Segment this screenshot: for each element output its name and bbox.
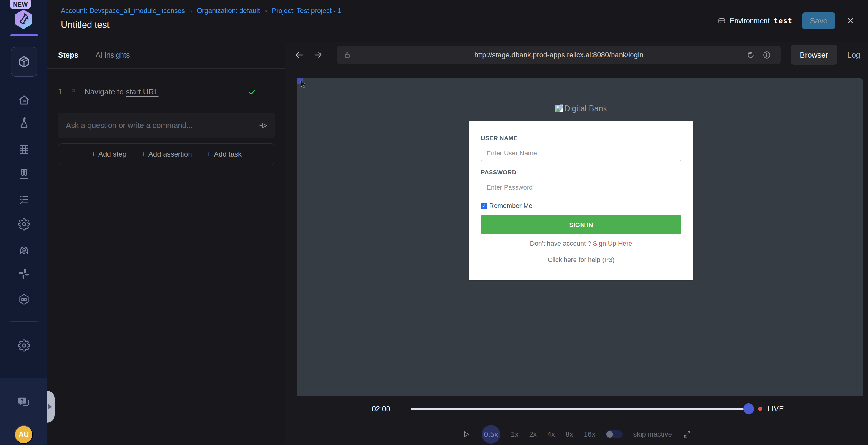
sidebar-item-suites[interactable] [18,143,31,156]
triangle-right-icon [48,404,52,410]
tab-ai-insights[interactable]: AI insights [96,51,130,59]
panel-tabs: Steps AI insights [47,42,285,69]
browser-forward-button[interactable] [313,50,324,60]
add-task-button[interactable]: +Add task [207,150,242,158]
arrow-left-icon [294,50,305,60]
login-card: USER NAME PASSWORD ✓ Remember Me SIGN IN… [469,121,693,280]
step-row[interactable]: 1 Navigate to start URL [58,85,274,99]
skip-inactive-toggle[interactable] [606,431,622,438]
steps-panel: Steps AI insights 1 Navigate to start UR… [47,41,285,445]
url-bar[interactable]: http://stage.dbank.prod-apps.relicx.ai:8… [337,46,781,64]
sidebar-item-test-builder[interactable] [11,47,37,77]
elapsed-time: 02:00 [372,400,390,418]
password-field[interactable] [481,180,681,195]
app-logo-icon[interactable] [14,9,33,30]
seek-handle[interactable] [743,404,754,414]
play-icon [461,429,471,439]
remember-me-checkbox[interactable]: ✓ Remember Me [481,202,681,210]
speed-1x-button[interactable]: 1x [511,430,518,439]
step-label: Navigate to start URL [85,87,158,96]
plus-icon: + [91,150,95,158]
speed-2x-button[interactable]: 2x [529,430,536,439]
help-chat-icon: ? [17,395,31,409]
sidebar-item-admin-settings[interactable] [18,339,31,352]
grid-icon [18,144,30,155]
environment-selector[interactable]: Environment test [718,17,793,25]
flask-icon [18,117,30,129]
info-button[interactable] [762,50,772,60]
help-button[interactable]: ? [17,395,31,409]
add-assertion-label: Add assertion [148,150,192,158]
tab-steps[interactable]: Steps [58,51,79,59]
arrow-right-icon [313,50,324,60]
sidebar-item-tests[interactable] [18,117,31,130]
environment-value: test [774,17,793,25]
speed-16x-button[interactable]: 16x [584,430,595,439]
browser-viewport[interactable]: Digital Bank USER NAME PASSWORD ✓ Rememb… [297,79,863,396]
add-step-label: Add step [98,150,126,158]
user-avatar[interactable]: AU [14,425,33,444]
signup-prefix: Don't have account ? [530,240,593,247]
sidebar-item-explore[interactable] [18,243,31,256]
refresh-button[interactable] [746,50,756,60]
chevron-right-icon: › [190,6,192,15]
info-icon [762,51,772,59]
speed-4x-button[interactable]: 4x [548,430,555,439]
add-actions-bar: +Add step +Add assertion +Add task [58,144,275,165]
sign-in-button[interactable]: SIGN IN [481,215,681,234]
username-field[interactable] [481,146,681,161]
breadcrumb-organization-link[interactable]: Organization: default [197,7,260,15]
play-button[interactable] [461,429,471,439]
speed-0-5x-button[interactable]: 0.5x [482,425,500,444]
gear-icon [18,339,30,352]
bank-logo-alt-text: Digital Bank [564,104,607,113]
save-button[interactable]: Save [802,12,835,29]
breadcrumb-account-link[interactable]: Account: Devspace_all_module_licenses [61,7,185,15]
sign-up-link[interactable]: Sign Up Here [593,240,632,247]
start-url-link[interactable]: start URL [126,87,158,96]
refresh-icon [746,51,756,59]
chevron-right-icon: › [265,6,267,15]
step-number: 1 [58,88,63,96]
sidebar-item-results[interactable] [18,193,31,206]
explore-icon [18,243,30,256]
add-step-button[interactable]: +Add step [91,150,126,158]
sidebar-bottom-section: ? AU [0,378,46,445]
breadcrumb-project-link[interactable]: Project: Test project - 1 [272,7,341,15]
seek-bar[interactable] [411,408,746,410]
close-button[interactable] [846,16,857,26]
sidebar-divider [10,321,38,322]
toggle-knob [607,431,613,438]
sidebar: NEW [0,0,47,445]
close-icon [846,16,857,25]
checkbox-checked-icon: ✓ [481,203,487,209]
sidebar-item-home[interactable] [18,94,31,107]
home-icon [18,94,30,106]
cube-icon [18,55,31,68]
panel-expand-handle[interactable] [47,391,55,423]
tab-log-view[interactable]: Log [843,45,864,65]
sidebar-item-settings[interactable] [18,218,31,231]
breadcrumb: Account: Devspace_all_module_licenses › … [61,6,341,15]
tab-browser-view[interactable]: Browser [790,45,837,65]
add-assertion-button[interactable]: +Add assertion [141,150,192,158]
test-tubes-icon [18,168,30,180]
browser-back-button[interactable] [294,50,305,60]
command-input[interactable]: Ask a question or write a command... [58,113,275,139]
browser-pane: http://stage.dbank.prod-apps.relicx.ai:8… [285,41,868,445]
skip-inactive-label: skip inactive [633,430,672,439]
fullscreen-button[interactable] [683,429,692,439]
slack-icon [18,268,30,280]
help-link[interactable]: Click here for help (P3) [481,256,681,264]
plus-icon: + [207,150,211,158]
logo-underline [10,34,38,36]
speed-8x-button[interactable]: 8x [565,430,573,439]
sidebar-item-runs[interactable] [18,167,31,180]
send-command-button[interactable] [258,121,268,130]
sidebar-item-integrations[interactable] [18,293,31,306]
broken-image-icon [555,104,563,113]
sidebar-item-slack[interactable] [18,267,31,280]
command-input-placeholder: Ask a question or write a command... [66,121,258,130]
add-task-label: Add task [214,150,242,158]
live-dot-icon [758,407,762,411]
